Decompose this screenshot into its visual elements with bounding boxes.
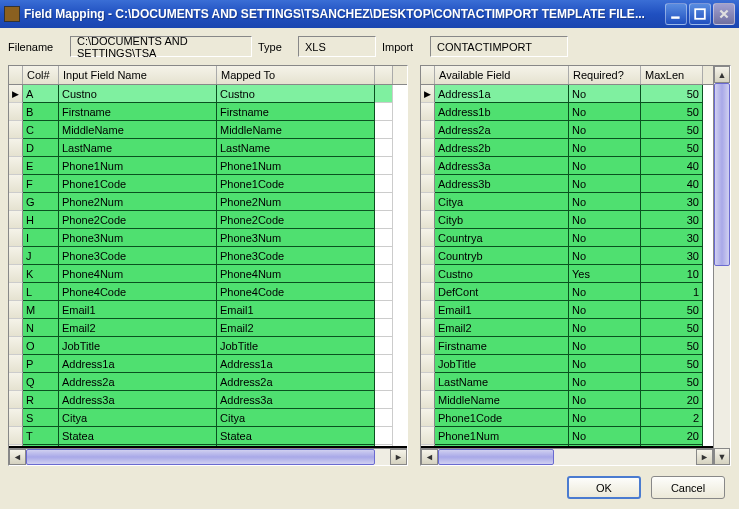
cell-col[interactable]: L (23, 283, 59, 301)
table-row[interactable]: CitybNo30 (421, 211, 713, 229)
table-row[interactable]: Address3aNo40 (421, 157, 713, 175)
col-header-required[interactable]: Required? (569, 66, 641, 84)
minimize-button[interactable] (665, 3, 687, 25)
cell-field[interactable]: Address3a (435, 157, 569, 175)
cell-input[interactable]: Phone4Num (59, 265, 217, 283)
cell-input[interactable]: LastName (59, 139, 217, 157)
cell-field[interactable]: Address1a (435, 85, 569, 103)
cell-required[interactable]: No (569, 427, 641, 445)
cell-input[interactable]: Phone1Num (59, 157, 217, 175)
cell-mapped[interactable]: Address1a (217, 355, 375, 373)
cell-col[interactable]: B (23, 103, 59, 121)
table-row[interactable]: JobTitleNo50 (421, 355, 713, 373)
maximize-button[interactable] (689, 3, 711, 25)
cell-input[interactable]: Citya (59, 409, 217, 427)
cell-mapped[interactable]: Phone4Num (217, 265, 375, 283)
table-row[interactable]: LastNameNo50 (421, 373, 713, 391)
cell-mapped[interactable]: MiddleName (217, 121, 375, 139)
cell-input[interactable]: Phone2Num (59, 193, 217, 211)
cell-field[interactable]: Firstname (435, 337, 569, 355)
cell-field[interactable]: Countryb (435, 247, 569, 265)
cell-required[interactable]: No (569, 319, 641, 337)
table-row[interactable]: Phone1NumNo20 (421, 427, 713, 445)
cell-required[interactable]: No (569, 301, 641, 319)
table-row[interactable]: DefContNo1 (421, 283, 713, 301)
table-row[interactable]: PAddress1aAddress1a (9, 355, 407, 373)
cell-mapped[interactable]: Address3a (217, 391, 375, 409)
cell-field[interactable]: Phone1Code (435, 409, 569, 427)
table-row[interactable]: HPhone2CodePhone2Code (9, 211, 407, 229)
cell-mapped[interactable]: Custno (217, 85, 375, 103)
cell-input[interactable]: Phone4Code (59, 283, 217, 301)
titlebar[interactable]: Field Mapping - C:\DOCUMENTS AND SETTING… (0, 0, 739, 28)
cell-col[interactable]: H (23, 211, 59, 229)
table-row[interactable]: Address1bNo50 (421, 103, 713, 121)
cell-required[interactable]: No (569, 193, 641, 211)
cell-mapped[interactable]: Phone3Num (217, 229, 375, 247)
cell-field[interactable]: Phone1Num (435, 427, 569, 445)
h-scrollbar-right[interactable]: ◄ ► (421, 448, 713, 465)
cell-input[interactable]: Countrya (59, 445, 217, 446)
table-row[interactable]: Address2aNo50 (421, 121, 713, 139)
cell-field[interactable]: JobTitle (435, 355, 569, 373)
cell-col[interactable]: A (23, 85, 59, 103)
cell-input[interactable]: Custno (59, 85, 217, 103)
cell-input[interactable]: Statea (59, 427, 217, 445)
table-row[interactable]: CountryaNo30 (421, 229, 713, 247)
cell-col[interactable]: M (23, 301, 59, 319)
cell-maxlen[interactable]: 40 (641, 175, 703, 193)
v-scrollbar-right[interactable]: ▲ ▼ (713, 66, 730, 465)
cell-col[interactable]: T (23, 427, 59, 445)
cell-col[interactable]: O (23, 337, 59, 355)
cell-maxlen[interactable]: 1 (641, 283, 703, 301)
table-row[interactable]: QAddress2aAddress2a (9, 373, 407, 391)
cell-field[interactable]: Email1 (435, 301, 569, 319)
cell-required[interactable]: No (569, 157, 641, 175)
table-row[interactable]: CMiddleNameMiddleName (9, 121, 407, 139)
cell-mapped[interactable]: Firstname (217, 103, 375, 121)
scroll-right-icon[interactable]: ► (696, 449, 713, 465)
table-row[interactable]: Phone1CodeNo2 (421, 409, 713, 427)
cell-col[interactable]: S (23, 409, 59, 427)
type-field[interactable]: XLS (298, 36, 376, 57)
table-row[interactable]: UCountryaCountrya (9, 445, 407, 446)
cell-input[interactable]: MiddleName (59, 121, 217, 139)
cell-maxlen[interactable]: 50 (641, 85, 703, 103)
cell-mapped[interactable]: Phone3Code (217, 247, 375, 265)
cell-field[interactable]: Address2a (435, 121, 569, 139)
cell-input[interactable]: Phone1Code (59, 175, 217, 193)
cell-field[interactable]: Address1b (435, 103, 569, 121)
col-header-available[interactable]: Available Field (435, 66, 569, 84)
cell-required[interactable]: No (569, 355, 641, 373)
close-button[interactable] (713, 3, 735, 25)
cell-required[interactable]: No (569, 103, 641, 121)
available-fields-table[interactable]: Available Field Required? MaxLen ▶Addres… (420, 65, 731, 466)
cell-maxlen[interactable]: 10 (641, 265, 703, 283)
table-row[interactable]: RAddress3aAddress3a (9, 391, 407, 409)
table-row[interactable]: SCityaCitya (9, 409, 407, 427)
cell-col[interactable]: P (23, 355, 59, 373)
cell-col[interactable]: F (23, 175, 59, 193)
table-row[interactable]: OJobTitleJobTitle (9, 337, 407, 355)
cell-field[interactable]: Address2b (435, 139, 569, 157)
cell-input[interactable]: Phone3Num (59, 229, 217, 247)
cell-maxlen[interactable]: 20 (641, 427, 703, 445)
col-header-col[interactable]: Col# (23, 66, 59, 84)
cell-mapped[interactable]: Countrya (217, 445, 375, 446)
table-row[interactable]: MiddleNameNo20 (421, 391, 713, 409)
table-row[interactable]: KPhone4NumPhone4Num (9, 265, 407, 283)
cell-maxlen[interactable]: 30 (641, 193, 703, 211)
table-row[interactable]: EPhone1NumPhone1Num (9, 157, 407, 175)
cell-maxlen[interactable]: 50 (641, 103, 703, 121)
cell-required[interactable]: No (569, 85, 641, 103)
cell-maxlen[interactable]: 50 (641, 373, 703, 391)
cell-col[interactable]: G (23, 193, 59, 211)
cell-required[interactable]: No (569, 283, 641, 301)
cell-maxlen[interactable]: 2 (641, 409, 703, 427)
cell-input[interactable]: Address2a (59, 373, 217, 391)
cell-maxlen[interactable]: 30 (641, 229, 703, 247)
cell-mapped[interactable]: JobTitle (217, 337, 375, 355)
cell-col[interactable]: I (23, 229, 59, 247)
cell-required[interactable]: No (569, 175, 641, 193)
table-row[interactable]: CityaNo30 (421, 193, 713, 211)
